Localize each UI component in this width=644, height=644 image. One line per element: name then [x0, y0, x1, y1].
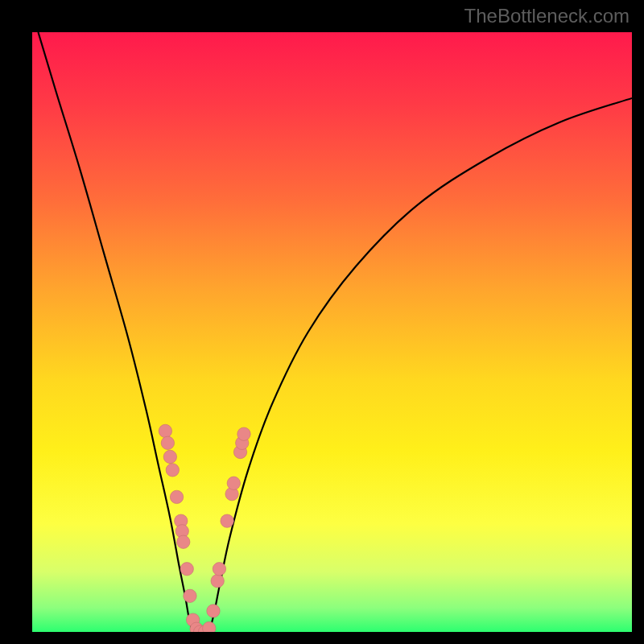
- data-dot: [184, 589, 196, 602]
- plot-area: [32, 32, 632, 632]
- data-dot: [161, 436, 174, 449]
- data-dot: [166, 464, 179, 477]
- data-dot: [237, 427, 250, 440]
- data-dot: [207, 605, 220, 617]
- data-dot: [227, 477, 240, 489]
- data-dot: [180, 563, 193, 576]
- data-dot: [213, 563, 225, 576]
- data-dot: [221, 514, 233, 527]
- chart-frame: TheBottleneck.com: [0, 0, 644, 644]
- data-dot: [177, 535, 190, 548]
- gradient-background: [32, 32, 632, 632]
- watermark-text: TheBottleneck.com: [464, 5, 630, 27]
- data-dot: [163, 450, 176, 463]
- data-dot: [211, 574, 224, 587]
- data-dot: [170, 490, 183, 503]
- chart-svg: [32, 32, 632, 632]
- data-dot: [159, 424, 171, 437]
